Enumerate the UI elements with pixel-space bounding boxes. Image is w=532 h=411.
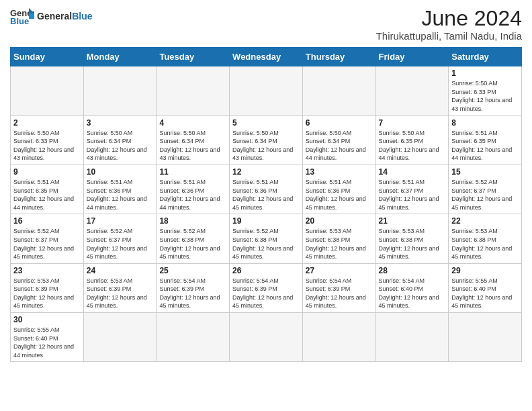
day-info: Sunrise: 5:50 AMSunset: 6:34 PMDaylight:… [306, 129, 373, 163]
day-number: 20 [306, 216, 373, 226]
day-number: 22 [451, 216, 519, 226]
svg-marker-3 [29, 13, 34, 19]
calendar-cell [375, 66, 449, 116]
title-block: June 2024 Thirukattupalli, Tamil Nadu, I… [376, 7, 522, 42]
day-info: Sunrise: 5:51 AMSunset: 6:36 PMDaylight:… [87, 178, 154, 212]
calendar-cell: 12Sunrise: 5:51 AMSunset: 6:36 PMDayligh… [230, 165, 303, 214]
logo-icon: General Blue [10, 7, 34, 26]
calendar-cell: 22Sunrise: 5:53 AMSunset: 6:38 PMDayligh… [449, 214, 522, 263]
calendar-cell [157, 66, 230, 116]
day-number: 9 [13, 167, 81, 177]
weekday-header-row: SundayMondayTuesdayWednesdayThursdayFrid… [11, 48, 522, 66]
logo-general-text: GeneralBlue [37, 11, 92, 21]
day-info: Sunrise: 5:50 AMSunset: 6:34 PMDaylight:… [232, 129, 300, 163]
day-number: 3 [87, 118, 154, 128]
calendar-week-row: 2Sunrise: 5:50 AMSunset: 6:33 PMDaylight… [11, 116, 522, 165]
day-number: 2 [13, 118, 81, 128]
day-info: Sunrise: 5:54 AMSunset: 6:40 PMDaylight:… [379, 277, 446, 310]
calendar-cell: 13Sunrise: 5:51 AMSunset: 6:36 PMDayligh… [302, 165, 375, 214]
weekday-header-wednesday: Wednesday [230, 48, 303, 66]
day-info: Sunrise: 5:51 AMSunset: 6:35 PMDaylight:… [451, 129, 519, 163]
day-info: Sunrise: 5:52 AMSunset: 6:38 PMDaylight:… [159, 227, 226, 261]
day-info: Sunrise: 5:50 AMSunset: 6:35 PMDaylight:… [379, 129, 446, 163]
day-number: 11 [159, 167, 226, 177]
calendar-cell: 30Sunrise: 5:55 AMSunset: 6:40 PMDayligh… [11, 313, 84, 362]
day-info: Sunrise: 5:53 AMSunset: 6:39 PMDaylight:… [87, 277, 154, 310]
calendar-cell: 29Sunrise: 5:55 AMSunset: 6:40 PMDayligh… [449, 263, 522, 312]
calendar-cell: 26Sunrise: 5:54 AMSunset: 6:39 PMDayligh… [230, 263, 303, 312]
calendar-week-row: 9Sunrise: 5:51 AMSunset: 6:35 PMDaylight… [11, 165, 522, 214]
day-number: 25 [159, 266, 226, 275]
day-number: 8 [451, 118, 519, 128]
weekday-header-friday: Friday [375, 48, 449, 66]
calendar-cell [230, 313, 303, 362]
calendar-cell: 15Sunrise: 5:52 AMSunset: 6:37 PMDayligh… [449, 165, 522, 214]
day-info: Sunrise: 5:54 AMSunset: 6:39 PMDaylight:… [159, 277, 226, 310]
weekday-header-sunday: Sunday [11, 48, 84, 66]
day-info: Sunrise: 5:51 AMSunset: 6:36 PMDaylight:… [306, 178, 373, 212]
day-number: 29 [451, 266, 519, 275]
calendar-week-row: 16Sunrise: 5:52 AMSunset: 6:37 PMDayligh… [11, 214, 522, 263]
calendar-cell: 6Sunrise: 5:50 AMSunset: 6:34 PMDaylight… [302, 116, 375, 165]
calendar-cell [449, 313, 522, 362]
calendar-cell: 10Sunrise: 5:51 AMSunset: 6:36 PMDayligh… [83, 165, 157, 214]
day-info: Sunrise: 5:55 AMSunset: 6:40 PMDaylight:… [13, 326, 81, 359]
day-info: Sunrise: 5:52 AMSunset: 6:37 PMDaylight:… [13, 227, 81, 261]
day-number: 7 [379, 118, 446, 128]
calendar-cell: 9Sunrise: 5:51 AMSunset: 6:35 PMDaylight… [11, 165, 84, 214]
weekday-header-thursday: Thursday [302, 48, 375, 66]
day-info: Sunrise: 5:50 AMSunset: 6:34 PMDaylight:… [87, 129, 154, 163]
calendar-cell: 28Sunrise: 5:54 AMSunset: 6:40 PMDayligh… [375, 263, 449, 312]
calendar-cell [157, 313, 230, 362]
calendar-week-row: 1Sunrise: 5:50 AMSunset: 6:33 PMDaylight… [11, 66, 522, 116]
calendar-cell: 27Sunrise: 5:54 AMSunset: 6:39 PMDayligh… [302, 263, 375, 312]
day-number: 6 [306, 118, 373, 128]
calendar-cell: 7Sunrise: 5:50 AMSunset: 6:35 PMDaylight… [375, 116, 449, 165]
day-info: Sunrise: 5:50 AMSunset: 6:33 PMDaylight:… [13, 129, 81, 163]
day-number: 15 [451, 167, 519, 177]
day-number: 19 [232, 216, 300, 226]
calendar-cell [302, 66, 375, 116]
day-info: Sunrise: 5:50 AMSunset: 6:33 PMDaylight:… [451, 79, 519, 113]
calendar-cell [83, 66, 157, 116]
day-number: 14 [379, 167, 446, 177]
day-info: Sunrise: 5:51 AMSunset: 6:36 PMDaylight:… [232, 178, 300, 212]
calendar-cell: 5Sunrise: 5:50 AMSunset: 6:34 PMDaylight… [230, 116, 303, 165]
day-number: 10 [87, 167, 154, 177]
day-number: 27 [306, 266, 373, 275]
calendar-cell [230, 66, 303, 116]
day-number: 16 [13, 216, 81, 226]
svg-text:Blue: Blue [10, 16, 29, 26]
day-number: 17 [87, 216, 154, 226]
day-number: 24 [87, 266, 154, 275]
calendar-week-row: 23Sunrise: 5:53 AMSunset: 6:39 PMDayligh… [11, 263, 522, 312]
day-info: Sunrise: 5:52 AMSunset: 6:37 PMDaylight:… [451, 178, 519, 212]
day-number: 4 [159, 118, 226, 128]
calendar-cell [11, 66, 84, 116]
day-number: 18 [159, 216, 226, 226]
day-info: Sunrise: 5:54 AMSunset: 6:39 PMDaylight:… [232, 277, 300, 310]
calendar-cell: 25Sunrise: 5:54 AMSunset: 6:39 PMDayligh… [157, 263, 230, 312]
day-info: Sunrise: 5:51 AMSunset: 6:35 PMDaylight:… [13, 178, 81, 212]
day-number: 23 [13, 266, 81, 275]
calendar-cell: 19Sunrise: 5:52 AMSunset: 6:38 PMDayligh… [230, 214, 303, 263]
day-number: 21 [379, 216, 446, 226]
day-info: Sunrise: 5:50 AMSunset: 6:34 PMDaylight:… [159, 129, 226, 163]
calendar-cell: 3Sunrise: 5:50 AMSunset: 6:34 PMDaylight… [83, 116, 157, 165]
day-info: Sunrise: 5:53 AMSunset: 6:38 PMDaylight:… [451, 227, 519, 261]
calendar-cell: 16Sunrise: 5:52 AMSunset: 6:37 PMDayligh… [11, 214, 84, 263]
day-info: Sunrise: 5:52 AMSunset: 6:38 PMDaylight:… [232, 227, 300, 261]
day-number: 28 [379, 266, 446, 275]
day-info: Sunrise: 5:53 AMSunset: 6:38 PMDaylight:… [379, 227, 446, 261]
calendar-cell: 11Sunrise: 5:51 AMSunset: 6:36 PMDayligh… [157, 165, 230, 214]
day-number: 12 [232, 167, 300, 177]
calendar-cell: 20Sunrise: 5:53 AMSunset: 6:38 PMDayligh… [302, 214, 375, 263]
calendar-cell: 23Sunrise: 5:53 AMSunset: 6:39 PMDayligh… [11, 263, 84, 312]
day-info: Sunrise: 5:51 AMSunset: 6:36 PMDaylight:… [159, 178, 226, 212]
calendar-cell [302, 313, 375, 362]
location-subtitle: Thirukattupalli, Tamil Nadu, India [376, 30, 522, 42]
day-number: 30 [13, 315, 81, 324]
calendar-cell: 2Sunrise: 5:50 AMSunset: 6:33 PMDaylight… [11, 116, 84, 165]
day-number: 5 [232, 118, 300, 128]
month-year-title: June 2024 [376, 7, 522, 30]
